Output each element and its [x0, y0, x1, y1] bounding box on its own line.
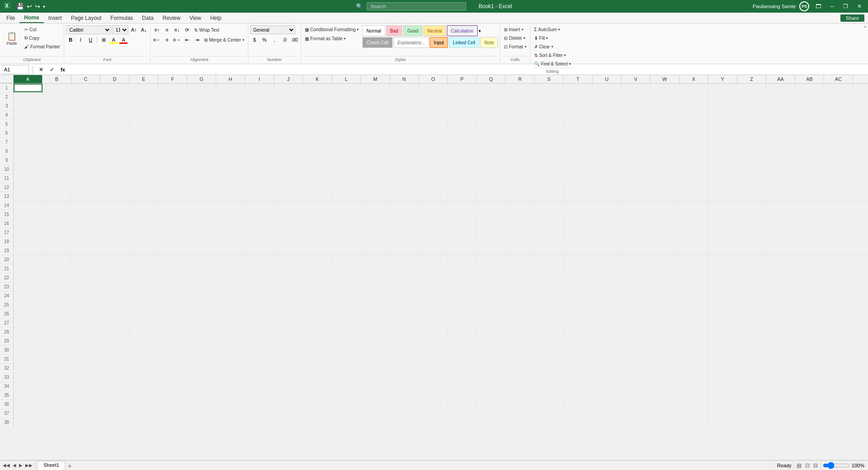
menu-file[interactable]: File — [2, 13, 19, 23]
cell-R32[interactable] — [506, 364, 535, 372]
cell-I21[interactable] — [245, 264, 274, 273]
cell-K7[interactable] — [303, 138, 332, 146]
cell-B2[interactable] — [43, 93, 71, 101]
cell-H38[interactable] — [216, 418, 245, 427]
cell-AC1[interactable] — [824, 84, 853, 92]
cell-K23[interactable] — [303, 282, 332, 291]
cell-B19[interactable] — [43, 246, 71, 255]
cell-Z6[interactable] — [737, 129, 766, 137]
cell-T2[interactable] — [564, 93, 593, 101]
cell-L1[interactable] — [332, 84, 361, 92]
cell-I25[interactable] — [245, 301, 274, 309]
cell-B11[interactable] — [43, 174, 71, 183]
cell-N27[interactable] — [390, 319, 419, 327]
cell-N13[interactable] — [390, 192, 419, 201]
cell-X11[interactable] — [679, 174, 708, 183]
cell-F9[interactable] — [158, 156, 187, 164]
row-number-38[interactable]: 38 — [0, 418, 14, 427]
cell-W20[interactable] — [650, 255, 679, 264]
cell-E1[interactable] — [129, 84, 158, 92]
cell-N10[interactable] — [390, 165, 419, 174]
italic-button[interactable]: I — [76, 35, 85, 44]
cell-B12[interactable] — [43, 183, 71, 192]
cell-Q20[interactable] — [477, 255, 506, 264]
format-painter-button[interactable]: 🖌 Format Painter — [23, 42, 62, 51]
cell-X5[interactable] — [679, 120, 708, 128]
cell-B37[interactable] — [43, 409, 71, 418]
cell-Z29[interactable] — [737, 337, 766, 345]
cell-AA25[interactable] — [766, 301, 795, 309]
cell-V23[interactable] — [621, 282, 650, 291]
cell-E17[interactable] — [129, 228, 158, 237]
cell-AB2[interactable] — [795, 93, 824, 101]
cell-P30[interactable] — [448, 346, 477, 354]
row-number-9[interactable]: 9 — [0, 156, 14, 164]
cell-F16[interactable] — [158, 219, 187, 228]
cell-M25[interactable] — [361, 301, 390, 309]
cell-I18[interactable] — [245, 237, 274, 246]
cell-E14[interactable] — [129, 201, 158, 210]
cell-N15[interactable] — [390, 210, 419, 219]
col-header-AA[interactable]: AA — [766, 75, 795, 83]
cell-H1[interactable] — [216, 84, 245, 92]
cell-H11[interactable] — [216, 174, 245, 183]
cell-J34[interactable] — [274, 382, 303, 390]
cell-Z21[interactable] — [737, 264, 766, 273]
cell-K10[interactable] — [303, 165, 332, 174]
cell-I13[interactable] — [245, 192, 274, 201]
cell-G12[interactable] — [187, 183, 216, 192]
cell-AC30[interactable] — [824, 346, 853, 354]
cell-E29[interactable] — [129, 337, 158, 345]
cell-T25[interactable] — [564, 301, 593, 309]
cell-X30[interactable] — [679, 346, 708, 354]
cell-N30[interactable] — [390, 346, 419, 354]
cell-S31[interactable] — [535, 355, 564, 363]
cell-V28[interactable] — [621, 328, 650, 336]
cell-P7[interactable] — [448, 138, 477, 146]
cell-P38[interactable] — [448, 418, 477, 427]
col-header-V[interactable]: V — [621, 75, 650, 83]
cell-H33[interactable] — [216, 373, 245, 381]
cell-L34[interactable] — [332, 382, 361, 390]
cell-K6[interactable] — [303, 129, 332, 137]
cell-S7[interactable] — [535, 138, 564, 146]
cell-D5[interactable] — [100, 120, 129, 128]
cell-AC25[interactable] — [824, 301, 853, 309]
cell-AA2[interactable] — [766, 93, 795, 101]
cell-F36[interactable] — [158, 400, 187, 409]
cell-O13[interactable] — [419, 192, 448, 201]
cell-T4[interactable] — [564, 111, 593, 119]
cell-C38[interactable] — [71, 418, 100, 427]
cell-X26[interactable] — [679, 310, 708, 318]
cell-Y10[interactable] — [708, 165, 737, 174]
row-number-28[interactable]: 28 — [0, 328, 14, 336]
cell-R16[interactable] — [506, 219, 535, 228]
cell-O23[interactable] — [419, 282, 448, 291]
cell-AB14[interactable] — [795, 201, 824, 210]
style-check-cell[interactable]: Check Cell — [362, 37, 392, 48]
cell-S15[interactable] — [535, 210, 564, 219]
cell-C19[interactable] — [71, 246, 100, 255]
cell-T26[interactable] — [564, 310, 593, 318]
cell-V31[interactable] — [621, 355, 650, 363]
cell-X36[interactable] — [679, 400, 708, 409]
cell-W1[interactable] — [650, 84, 679, 92]
cell-N8[interactable] — [390, 147, 419, 155]
col-header-T[interactable]: T — [564, 75, 593, 83]
cell-L7[interactable] — [332, 138, 361, 146]
cell-AC27[interactable] — [824, 319, 853, 327]
format-button[interactable]: ⊡ Format ▾ — [502, 42, 528, 51]
cell-E37[interactable] — [129, 409, 158, 418]
cell-Y28[interactable] — [708, 328, 737, 336]
formula-input[interactable] — [69, 67, 866, 72]
cell-Q5[interactable] — [477, 120, 506, 128]
cell-Z11[interactable] — [737, 174, 766, 183]
cell-G25[interactable] — [187, 301, 216, 309]
cell-U7[interactable] — [593, 138, 621, 146]
cell-T13[interactable] — [564, 192, 593, 201]
cell-Q14[interactable] — [477, 201, 506, 210]
decrease-decimal-button[interactable]: .0 — [280, 35, 289, 44]
customize-quick-access-button[interactable]: ▾ — [42, 3, 46, 10]
cell-D38[interactable] — [100, 418, 129, 427]
cell-F19[interactable] — [158, 246, 187, 255]
